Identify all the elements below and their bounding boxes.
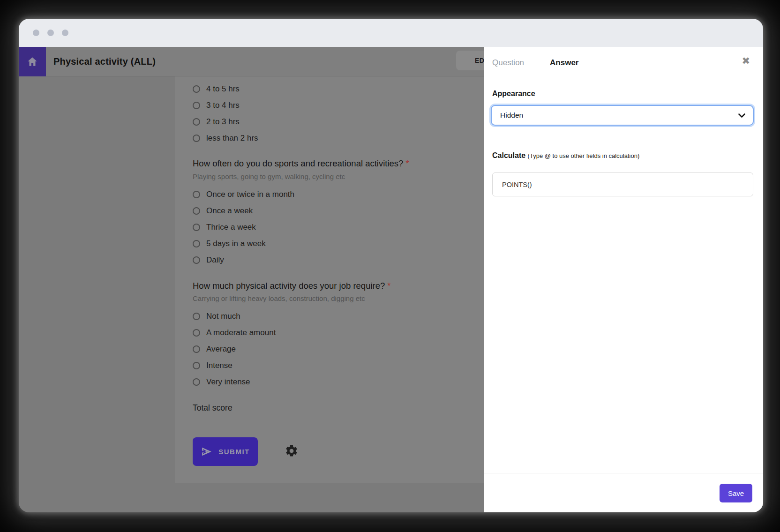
tab-answer[interactable]: Answer (550, 58, 578, 67)
send-icon (201, 446, 212, 457)
settings-button[interactable] (284, 444, 299, 459)
calculate-label: Calculate (Type @ to use other fields in… (492, 151, 639, 160)
appearance-selected-value: Hidden (500, 111, 738, 120)
radio-option: less than 2 hrs (193, 130, 258, 146)
save-button[interactable]: Save (720, 484, 752, 502)
radio-button[interactable] (193, 329, 200, 337)
window-control-dot[interactable] (47, 30, 54, 36)
panel-tabs: Question Answer (492, 58, 578, 67)
radio-option: Daily (193, 252, 294, 268)
window-titlebar (19, 19, 763, 47)
window-control-dot[interactable] (62, 30, 68, 36)
option-group-duration: 4 to 5 hrs 3 to 4 hrs 2 to 3 hrs less th… (193, 81, 258, 146)
browser-window: Physical activity (ALL) EDIT 4 to 5 hrs … (19, 19, 763, 512)
radio-button[interactable] (193, 102, 200, 109)
radio-label: Once a week (206, 206, 253, 216)
appearance-select[interactable]: Hidden (491, 105, 754, 126)
radio-button[interactable] (193, 378, 200, 386)
radio-label: Average (206, 345, 236, 354)
radio-label: 5 days in a week (206, 239, 266, 248)
radio-button[interactable] (193, 118, 200, 126)
close-icon[interactable]: ✖ (742, 56, 750, 66)
option-group-job-intensity: Not much A moderate amount Average Inten… (193, 308, 276, 390)
app-area: Physical activity (ALL) EDIT 4 to 5 hrs … (19, 47, 763, 512)
radio-button[interactable] (193, 362, 200, 369)
question-label: How often do you do sports and recreatio… (193, 158, 403, 168)
radio-button[interactable] (193, 207, 200, 215)
backdrop: Physical activity (ALL) EDIT 4 to 5 hrs … (0, 0, 780, 532)
radio-button[interactable] (193, 313, 200, 320)
question-hint: Playing sports, going to gym, walking, c… (193, 172, 345, 180)
radio-label: 3 to 4 hrs (206, 101, 240, 110)
radio-label: Not much (206, 312, 240, 321)
radio-label: A moderate amount (206, 328, 276, 337)
radio-button[interactable] (193, 85, 200, 93)
radio-option: 5 days in a week (193, 235, 294, 252)
question-hint: Carrying or lifting heavy loads, constru… (193, 294, 365, 302)
radio-label: Daily (206, 255, 224, 265)
radio-label: Once or twice in a month (206, 190, 294, 199)
radio-label: 2 to 3 hrs (206, 117, 240, 127)
option-group-frequency: Once or twice in a month Once a week Thr… (193, 186, 294, 268)
question-settings-panel: Question Answer ✖ Appearance Hidden Calc… (484, 47, 763, 512)
page-title: Physical activity (ALL) (53, 47, 156, 76)
radio-option: Not much (193, 308, 276, 324)
question-label: How much physical activity does your job… (193, 281, 385, 291)
radio-label: Very intense (206, 377, 250, 387)
calculate-note: (Type @ to use other fields in calculati… (528, 152, 640, 159)
radio-label: Thrice a week (206, 223, 256, 232)
home-button[interactable] (19, 47, 46, 76)
required-asterisk: * (405, 158, 409, 168)
gear-icon (285, 444, 299, 458)
radio-button[interactable] (193, 191, 200, 198)
submit-button[interactable]: SUBMIT (193, 437, 258, 466)
radio-button[interactable] (193, 345, 200, 353)
radio-label: less than 2 hrs (206, 134, 258, 143)
tab-question[interactable]: Question (492, 58, 524, 67)
radio-option: 3 to 4 hrs (193, 97, 258, 113)
radio-option: Thrice a week (193, 219, 294, 235)
radio-option: Very intense (193, 374, 276, 390)
radio-option: Once a week (193, 202, 294, 219)
radio-button[interactable] (193, 135, 200, 142)
calculate-input[interactable] (492, 172, 753, 196)
radio-option: 2 to 3 hrs (193, 113, 258, 130)
question-text: How much physical activity does your job… (193, 281, 390, 291)
home-icon (26, 56, 38, 68)
radio-option: Average (193, 341, 276, 357)
radio-option: A moderate amount (193, 324, 276, 341)
radio-label: Intense (206, 361, 232, 370)
radio-button[interactable] (193, 240, 200, 247)
panel-footer: Save (484, 473, 763, 512)
calculate-label-text: Calculate (492, 151, 525, 159)
radio-option: Intense (193, 357, 276, 374)
total-score-label: Total score (193, 403, 232, 413)
required-asterisk: * (387, 281, 390, 291)
radio-button[interactable] (193, 224, 200, 231)
radio-button[interactable] (193, 256, 200, 264)
submit-label: SUBMIT (218, 448, 250, 456)
radio-option: Once or twice in a month (193, 186, 294, 202)
question-text: How often do you do sports and recreatio… (193, 158, 409, 169)
chevron-down-icon (738, 113, 745, 118)
radio-option: 4 to 5 hrs (193, 81, 258, 97)
radio-label: 4 to 5 hrs (206, 84, 240, 94)
window-control-dot[interactable] (33, 30, 39, 36)
appearance-label: Appearance (492, 90, 535, 98)
